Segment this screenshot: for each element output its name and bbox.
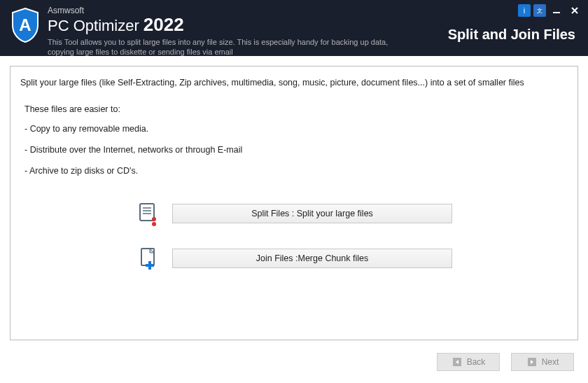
app-year: 2022 <box>144 14 184 36</box>
svg-rect-3 <box>553 12 560 13</box>
app-logo-icon: A <box>10 7 41 43</box>
join-file-icon <box>136 246 161 271</box>
join-files-button[interactable]: Join Files :Merge Chunk files <box>172 249 452 268</box>
minimize-button[interactable] <box>549 4 564 17</box>
back-button[interactable]: Back <box>437 353 500 371</box>
subhead-text: These files are easier to: <box>24 104 568 114</box>
feature-title: Split and Join Files <box>448 27 575 43</box>
next-button[interactable]: Next <box>511 353 574 371</box>
intro-text: Split your large files (like Self-Extrac… <box>20 78 568 88</box>
bullet-item: - Copy to any removable media. <box>24 124 568 134</box>
back-arrow-icon <box>451 356 463 368</box>
language-icon[interactable]: 文 <box>533 4 546 17</box>
back-label: Back <box>467 357 486 367</box>
svg-point-9 <box>152 222 156 226</box>
close-button[interactable] <box>567 4 582 17</box>
bullet-item: - Archive to zip disks or CD's. <box>24 166 568 176</box>
app-description: This Tool allows you to split large file… <box>48 37 412 57</box>
svg-rect-12 <box>146 264 154 267</box>
svg-rect-4 <box>140 204 154 221</box>
content-area: Split your large files (like Self-Extrac… <box>0 56 588 350</box>
next-arrow-icon <box>526 356 538 368</box>
split-files-button[interactable]: Split Files : Split your large files <box>172 204 452 223</box>
split-file-icon <box>136 201 161 226</box>
bullet-item: - Distribute over the Internet, networks… <box>24 145 568 155</box>
svg-point-8 <box>152 217 156 221</box>
app-name: PC Optimizer <box>48 17 139 35</box>
main-panel: Split your large files (like Self-Extrac… <box>10 66 578 340</box>
next-label: Next <box>542 357 559 367</box>
info-icon[interactable]: i <box>518 4 531 17</box>
svg-text:文: 文 <box>537 8 542 14</box>
svg-text:A: A <box>19 15 31 34</box>
footer: Back Next <box>0 350 588 371</box>
title-bar: A Asmwsoft PC Optimizer 2022 This Tool a… <box>0 0 588 56</box>
